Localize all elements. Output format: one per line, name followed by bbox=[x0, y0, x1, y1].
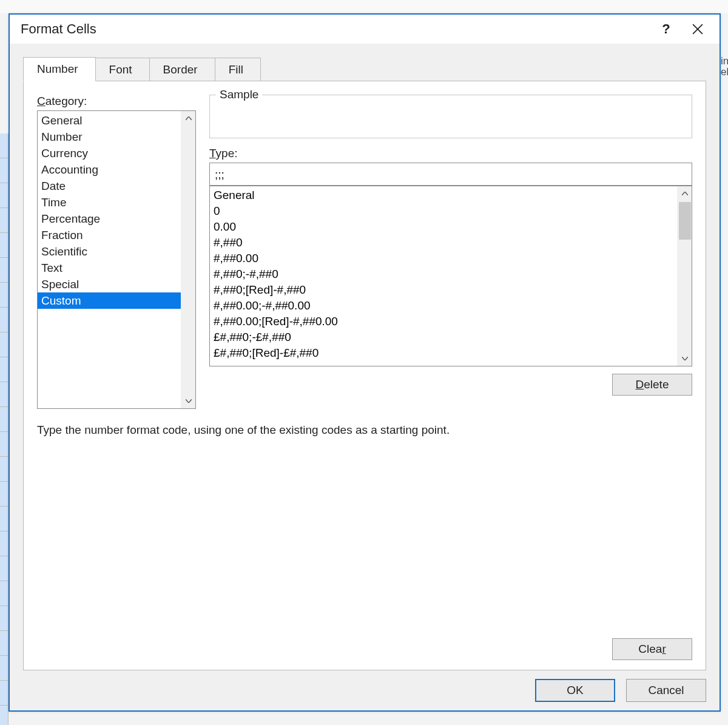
category-item-scientific[interactable]: Scientific bbox=[38, 243, 181, 260]
close-button[interactable] bbox=[682, 17, 713, 41]
worksheet-left-fragment bbox=[0, 133, 8, 725]
format-code-item[interactable]: General bbox=[214, 187, 673, 203]
dialog-client-area: Number Font Border Fill Category: Genera… bbox=[10, 44, 720, 710]
format-code-item[interactable]: £#,##0;[Red]-£#,##0 bbox=[214, 345, 673, 361]
format-code-item[interactable]: #,##0.00;-#,##0.00 bbox=[214, 298, 673, 314]
tab-fill[interactable]: Fill bbox=[215, 58, 261, 81]
sample-value bbox=[217, 109, 684, 121]
category-item-custom[interactable]: Custom bbox=[38, 292, 181, 309]
format-code-item[interactable]: #,##0.00;[Red]-#,##0.00 bbox=[214, 314, 673, 329]
close-icon bbox=[692, 24, 703, 35]
format-code-item[interactable]: 0.00 bbox=[214, 219, 673, 235]
category-item-date[interactable]: Date bbox=[38, 178, 181, 194]
category-item-text[interactable]: Text bbox=[38, 260, 181, 276]
format-code-item[interactable]: #,##0;-#,##0 bbox=[214, 266, 673, 282]
format-code-item[interactable]: 0 bbox=[214, 203, 673, 219]
sample-label: Sample bbox=[216, 88, 262, 101]
format-code-item[interactable]: #,##0.00 bbox=[214, 251, 673, 266]
type-input[interactable] bbox=[209, 163, 692, 186]
dialog-footer: OK Cancel bbox=[23, 679, 706, 702]
format-code-listbox[interactable]: General 0 0.00 #,##0 #,##0.00 #,##0;-#,#… bbox=[209, 186, 692, 366]
category-item-general[interactable]: General bbox=[38, 112, 181, 129]
cancel-button[interactable]: Cancel bbox=[626, 679, 706, 702]
ribbon-fragment bbox=[0, 0, 728, 13]
dialog-title: Format Cells bbox=[21, 21, 650, 37]
category-item-currency[interactable]: Currency bbox=[38, 145, 181, 161]
category-column: Category: General Number Currency Accoun… bbox=[37, 95, 196, 409]
scroll-up-icon[interactable] bbox=[181, 111, 196, 126]
category-item-special[interactable]: Special bbox=[38, 276, 181, 292]
scroll-up-icon[interactable] bbox=[678, 186, 692, 201]
help-button[interactable]: ? bbox=[650, 17, 682, 41]
tab-panel-number: Category: General Number Currency Accoun… bbox=[23, 81, 706, 670]
tab-font[interactable]: Font bbox=[95, 58, 150, 81]
category-item-number[interactable]: Number bbox=[38, 129, 181, 145]
category-scrollbar[interactable] bbox=[181, 111, 195, 408]
tab-border[interactable]: Border bbox=[149, 58, 215, 81]
category-item-time[interactable]: Time bbox=[38, 194, 181, 211]
sample-groupbox: Sample bbox=[209, 95, 692, 138]
delete-button[interactable]: Delete bbox=[612, 374, 692, 396]
category-label: Category: bbox=[37, 95, 196, 108]
tabstrip: Number Font Border Fill bbox=[23, 55, 706, 81]
format-cells-dialog: Format Cells ? Number Font Border Fill C… bbox=[8, 13, 721, 712]
category-item-accounting[interactable]: Accounting bbox=[38, 161, 181, 178]
format-code-item[interactable]: £#,##0;-£#,##0 bbox=[214, 329, 673, 345]
hint-text: Type the number format code, using one o… bbox=[37, 423, 692, 437]
tab-number[interactable]: Number bbox=[23, 57, 96, 81]
type-label: Type: bbox=[209, 147, 692, 160]
ok-button[interactable]: OK bbox=[535, 679, 615, 702]
clear-button[interactable]: Clear bbox=[612, 638, 692, 660]
scroll-thumb[interactable] bbox=[679, 202, 691, 240]
category-item-percentage[interactable]: Percentage bbox=[38, 211, 181, 227]
right-edge-fragment: inele bbox=[721, 56, 728, 92]
category-listbox[interactable]: General Number Currency Accounting Date … bbox=[37, 110, 196, 409]
scroll-down-icon[interactable] bbox=[181, 394, 196, 408]
titlebar: Format Cells ? bbox=[10, 15, 720, 44]
scroll-down-icon[interactable] bbox=[678, 351, 692, 366]
format-column: Sample Type: General 0 0.00 #,##0 bbox=[209, 95, 692, 396]
format-code-item[interactable]: #,##0;[Red]-#,##0 bbox=[214, 282, 673, 298]
format-code-item[interactable]: #,##0 bbox=[214, 235, 673, 251]
category-item-fraction[interactable]: Fraction bbox=[38, 227, 181, 243]
format-code-scrollbar[interactable] bbox=[677, 186, 692, 366]
